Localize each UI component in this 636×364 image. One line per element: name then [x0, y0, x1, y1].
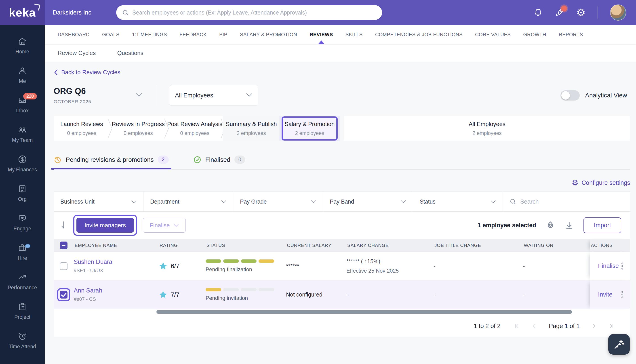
- stage-summary-publish[interactable]: Summary & Publish 2 employees: [223, 116, 279, 141]
- subtab-review-cycles[interactable]: Review Cycles: [58, 50, 96, 56]
- pending-history-icon: [54, 156, 62, 164]
- tab-count-badge: 0: [234, 156, 245, 164]
- row-checkbox[interactable]: [60, 291, 68, 298]
- settings-gear-icon[interactable]: ⚙: [576, 8, 586, 17]
- whats-new-badge: [561, 6, 567, 12]
- sidebar-item-project[interactable]: Project: [0, 297, 45, 325]
- job-title-change: -: [434, 262, 523, 270]
- preview-eye-icon[interactable]: [546, 221, 555, 230]
- tab-1-1-meetings[interactable]: 1:1 MEETINGS: [132, 25, 167, 44]
- sidebar-item-time-attend[interactable]: Time Attend: [0, 327, 45, 354]
- stage-post-review-analysis[interactable]: Post Review Analysis 0 employees: [167, 116, 223, 141]
- stage-reviews-in-progress[interactable]: Reviews in Progress 0 employees: [110, 116, 166, 141]
- employee-filter-select[interactable]: All Employees: [169, 85, 258, 106]
- stage-count: 0 employees: [67, 130, 96, 136]
- sidebar-item-org[interactable]: Org: [0, 179, 45, 207]
- assistant-fab-button[interactable]: [608, 334, 630, 354]
- tab-pip[interactable]: PIP: [219, 25, 228, 44]
- sidebar-item-label: Org: [18, 196, 26, 202]
- last-page-icon[interactable]: [609, 323, 614, 329]
- status-pills: [206, 288, 286, 292]
- finance-icon: [18, 155, 27, 164]
- status-text: Pending finalization: [206, 266, 286, 272]
- next-page-icon[interactable]: [591, 323, 597, 329]
- salary-tabs: Pending revisions & promotions 2 Finalis…: [54, 152, 630, 170]
- tab-reports[interactable]: REPORTS: [559, 25, 583, 44]
- tab-competencies[interactable]: COMPETENCIES & JOB FUNCTIONS: [375, 25, 462, 44]
- stage-salary-promotion[interactable]: Salary & Promotion 2 employees: [282, 116, 338, 140]
- tab-pending-revisions[interactable]: Pending revisions & promotions 2: [54, 156, 169, 170]
- tab-core-values[interactable]: CORE VALUES: [475, 25, 511, 44]
- current-salary: ******: [286, 263, 346, 269]
- row-checkbox[interactable]: [60, 262, 68, 270]
- cycle-dropdown-chevron-icon[interactable]: [136, 93, 142, 98]
- filter-pay-grade[interactable]: Pay Grade: [233, 192, 323, 212]
- cycle-divider: [157, 85, 157, 106]
- tab-finalised[interactable]: Finalised 0: [193, 156, 245, 170]
- filter-status[interactable]: Status: [413, 192, 503, 212]
- notifications-bell-icon[interactable]: [534, 8, 543, 17]
- sidebar-item-engage[interactable]: Engage: [0, 209, 45, 236]
- tab-reviews[interactable]: REVIEWS: [310, 25, 333, 44]
- filter-pay-band[interactable]: Pay Band: [323, 192, 413, 212]
- employee-name-link[interactable]: Sushen Duara: [74, 258, 159, 266]
- keka-logo[interactable]: keka: [0, 0, 45, 25]
- global-search-input[interactable]: [132, 10, 376, 16]
- tab-feedback[interactable]: FEEDBACK: [180, 25, 207, 44]
- stage-launch-reviews[interactable]: Launch Reviews 0 employees: [54, 116, 110, 141]
- tab-dashboard[interactable]: DASHBOARD: [58, 25, 90, 44]
- stage-all-employees[interactable]: All Employees 2 employees: [344, 116, 630, 141]
- sidebar-item-my-team[interactable]: My Team: [0, 120, 45, 148]
- filter-bar: Business Unit Department Pay Grade Pay B…: [54, 192, 630, 212]
- chevron-down-icon: [490, 200, 496, 203]
- sidebar-item-hire[interactable]: Hire: [0, 238, 45, 266]
- topbar-divider: [598, 6, 598, 18]
- status-pill: [258, 288, 274, 292]
- import-button[interactable]: Import: [584, 218, 621, 233]
- checkbox-highlight-ring: [57, 288, 70, 301]
- sidebar-item-label: Engage: [14, 226, 31, 232]
- kebab-menu-icon[interactable]: [620, 261, 624, 271]
- finalise-row-link[interactable]: Finalise: [598, 262, 619, 270]
- kebab-menu-icon[interactable]: [620, 290, 624, 300]
- sidebar-item-inbox[interactable]: 220 Inbox: [0, 91, 45, 118]
- invite-row-link[interactable]: Invite: [598, 291, 612, 298]
- back-to-review-cycles-link[interactable]: Back to Review Cycles: [54, 69, 120, 76]
- select-all-checkbox[interactable]: [60, 242, 68, 249]
- sidebar-item-label: My Finances: [8, 167, 37, 173]
- filter-business-unit[interactable]: Business Unit: [54, 192, 144, 212]
- user-avatar[interactable]: [610, 4, 626, 20]
- cycle-title-block: ORG Q6 OCTOBER 2025: [54, 86, 91, 104]
- subtab-questions[interactable]: Questions: [117, 50, 144, 56]
- tab-goals[interactable]: GOALS: [102, 25, 120, 44]
- filter-department[interactable]: Department: [144, 192, 233, 212]
- sidebar-item-me[interactable]: Me: [0, 61, 45, 89]
- table-row: Ann Sarah #e07 - CS 7/7 Pending invitati…: [54, 280, 630, 309]
- table-search[interactable]: [503, 192, 630, 212]
- analytical-view-toggle[interactable]: [560, 90, 580, 100]
- employee-id: #e07 - CS: [74, 296, 159, 302]
- tab-skills[interactable]: SKILLS: [346, 25, 363, 44]
- waiting-on: -: [523, 262, 590, 270]
- sidebar-item-my-finances[interactable]: My Finances: [0, 150, 45, 178]
- first-page-icon[interactable]: [514, 323, 520, 329]
- scrollbar-thumb[interactable]: [156, 310, 572, 314]
- employee-name-link[interactable]: Ann Sarah: [74, 287, 159, 294]
- whats-new-rocket-icon[interactable]: [555, 8, 564, 17]
- tab-growth[interactable]: GROWTH: [523, 25, 546, 44]
- download-icon[interactable]: [565, 221, 574, 230]
- tab-salary-promotion[interactable]: SALARY & PROMOTION: [240, 25, 297, 44]
- invite-managers-button[interactable]: Invite managers: [76, 218, 134, 232]
- sidebar-item-performance[interactable]: Performance: [0, 268, 45, 296]
- prev-page-icon[interactable]: [532, 323, 537, 329]
- salary-change-effective: Effective 25 Nov 2025: [346, 268, 434, 274]
- sidebar-item-home[interactable]: Home: [0, 32, 45, 60]
- tab-count-badge: 2: [158, 156, 169, 164]
- configure-settings-button[interactable]: ⚙ Configure settings: [54, 179, 630, 186]
- finalise-dropdown-button[interactable]: Finalise: [143, 218, 186, 232]
- global-search[interactable]: [116, 5, 382, 20]
- filter-label: Pay Grade: [240, 198, 267, 205]
- sort-arrow-icon[interactable]: [60, 221, 68, 230]
- project-icon: [18, 302, 27, 312]
- table-search-input[interactable]: [520, 198, 624, 205]
